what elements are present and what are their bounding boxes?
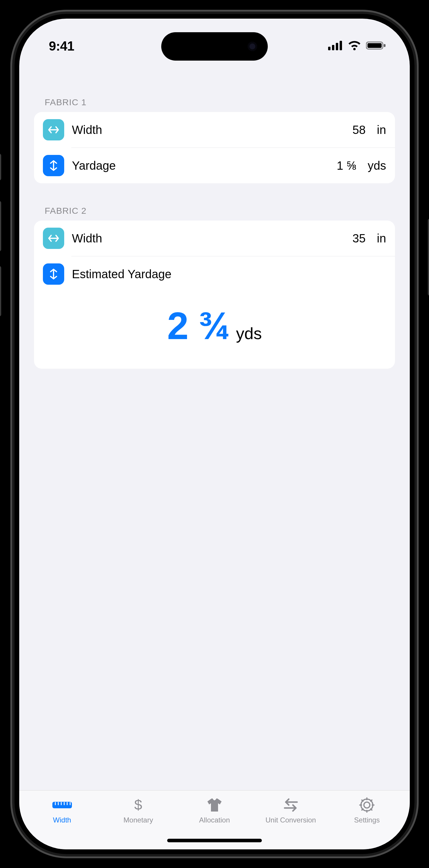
- svg-rect-3: [340, 41, 342, 50]
- tab-label: Width: [53, 816, 71, 824]
- tab-monetary[interactable]: $ Monetary: [100, 797, 177, 824]
- side-button-silence: [0, 154, 1, 180]
- cellular-icon: [328, 41, 343, 52]
- tab-label: Unit Conversion: [265, 816, 316, 824]
- row-unit: in: [377, 232, 386, 245]
- content-scroll[interactable]: FABRIC 1 Width 58 in: [19, 87, 410, 796]
- yardage-icon: [43, 264, 64, 285]
- row-label: Estimated Yardage: [72, 268, 386, 281]
- estimate-result: 2 ¾ yds: [34, 292, 395, 369]
- row-fabric1-yardage[interactable]: Yardage 1 ⅝ yds: [34, 148, 395, 183]
- svg-rect-2: [336, 43, 338, 50]
- tab-label: Monetary: [123, 816, 153, 824]
- home-indicator[interactable]: [167, 839, 262, 842]
- side-button-vol-down: [0, 266, 1, 316]
- tab-label: Settings: [354, 816, 380, 824]
- dollar-icon: $: [132, 797, 144, 814]
- tab-unit-conversion[interactable]: Unit Conversion: [253, 797, 329, 824]
- svg-rect-5: [368, 43, 382, 48]
- estimate-unit: yds: [236, 324, 262, 343]
- svg-line-27: [362, 800, 363, 801]
- side-button-power: [428, 219, 429, 296]
- row-value: 1 ⅝: [337, 159, 356, 173]
- row-unit: yds: [368, 159, 386, 173]
- tab-allocation[interactable]: Allocation: [176, 797, 253, 824]
- status-icons: [328, 41, 386, 52]
- row-label: Width: [72, 123, 345, 136]
- status-time: 9:41: [49, 39, 74, 54]
- wifi-icon: [348, 41, 361, 52]
- spacer: [34, 183, 395, 195]
- card-fabric1: Width 58 in Yardage 1 ⅝ yds: [34, 112, 395, 183]
- svg-text:$: $: [134, 797, 142, 813]
- row-fabric2-estimate: Estimated Yardage: [34, 256, 395, 292]
- section-header-fabric2: FABRIC 2: [34, 195, 395, 221]
- tshirt-icon: [206, 797, 223, 814]
- gear-icon: [359, 797, 375, 814]
- svg-rect-0: [328, 47, 331, 50]
- svg-point-21: [364, 802, 370, 808]
- device-frame: 9:41 FABRIC 1: [0, 0, 429, 868]
- row-value: 35: [352, 232, 366, 245]
- ruler-icon: [52, 797, 73, 814]
- tab-label: Allocation: [199, 816, 230, 824]
- svg-line-28: [371, 809, 372, 810]
- svg-rect-1: [332, 45, 334, 50]
- svg-line-30: [371, 800, 372, 801]
- screen: 9:41 FABRIC 1: [19, 19, 410, 849]
- section-header-fabric1: FABRIC 1: [34, 87, 395, 112]
- row-value: 58: [352, 123, 366, 136]
- svg-rect-6: [384, 44, 385, 47]
- row-fabric1-width[interactable]: Width 58 in: [34, 112, 395, 148]
- side-button-vol-up: [0, 201, 1, 251]
- yardage-icon: [43, 155, 64, 176]
- swap-arrows-icon: [282, 797, 299, 814]
- width-icon: [43, 119, 64, 141]
- svg-line-29: [362, 809, 363, 810]
- row-fabric2-width[interactable]: Width 35 in: [34, 221, 395, 256]
- dynamic-island: [161, 32, 268, 61]
- row-label: Width: [72, 232, 345, 245]
- width-icon: [43, 228, 64, 249]
- tab-width[interactable]: Width: [24, 797, 100, 824]
- estimate-value: 2 ¾: [167, 304, 230, 348]
- tab-settings[interactable]: Settings: [329, 797, 405, 824]
- row-unit: in: [377, 123, 386, 136]
- device-bezel: 9:41 FABRIC 1: [10, 10, 419, 858]
- row-label: Yardage: [72, 159, 329, 173]
- battery-icon: [366, 41, 386, 52]
- card-fabric2: Width 35 in Estimated Yardage 2 ¾ yds: [34, 221, 395, 369]
